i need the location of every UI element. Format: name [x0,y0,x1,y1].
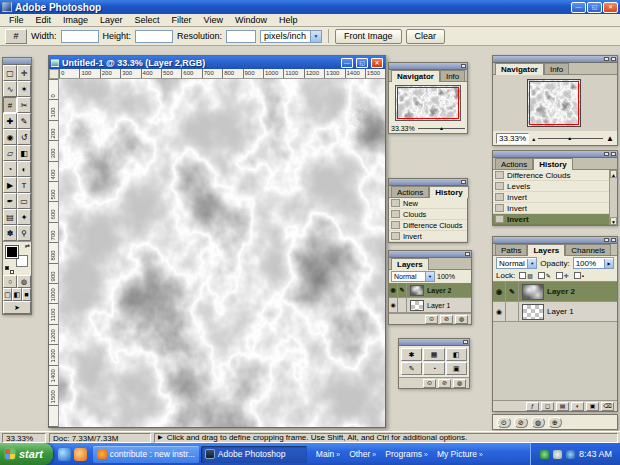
toolbox-titlebar[interactable] [3,58,31,65]
eye-icon[interactable]: ◉ [389,283,398,297]
palette-close-icon[interactable] [461,180,466,184]
height-input[interactable] [135,30,173,43]
tab-actions[interactable]: Actions [391,186,429,197]
opacity-field[interactable]: 100% ▶ [573,257,614,269]
menu-item[interactable]: Edit [30,15,58,25]
mini-button-b5[interactable]: ◔ [423,362,444,375]
menu-item[interactable]: Window [229,15,273,25]
zoom-out-icon[interactable]: ▴ [532,135,535,142]
mini-button-b6[interactable]: ▣ [446,362,467,375]
status-arrow-icon[interactable]: ▶ [158,433,163,442]
tray-volume-icon[interactable] [553,450,562,459]
tab-info[interactable]: Info [544,63,569,74]
lock-checkbox[interactable] [519,272,526,279]
status-doc-size[interactable]: Doc: 7.33M/7.33M [49,433,151,443]
lock-checkbox[interactable] [556,272,563,279]
blend-mode-select[interactable]: Normal ▼ [391,271,435,282]
taskbar-link[interactable]: Main [316,449,340,459]
menu-item[interactable]: Help [273,15,304,25]
layers-action-new-layer[interactable]: ▣ [586,402,599,411]
standard-mode-button[interactable]: ○ [3,275,17,288]
history-state[interactable]: Levels [493,181,609,192]
tool-healing-brush[interactable]: ✚ [3,113,17,129]
menu-item[interactable]: Image [57,15,94,25]
tool-rect-marquee[interactable]: ▢ [3,65,17,81]
tray-shield-icon[interactable] [540,450,549,459]
palette-titlebar[interactable] [493,237,617,244]
resolution-unit-select[interactable]: pixels/inch ▼ [260,30,322,43]
navigator-thumbnail[interactable] [527,79,581,127]
history-state[interactable]: Invert [493,203,609,214]
eye-icon[interactable]: ◉ [493,282,506,301]
dock-button-s1[interactable]: ⊙ [497,417,511,428]
palette-close-icon[interactable] [461,64,466,68]
menu-item[interactable]: File [3,15,30,25]
palette-titlebar[interactable] [389,251,471,258]
palette-titlebar[interactable] [389,63,467,70]
minimize-button[interactable]: — [571,2,586,13]
tool-clone-stamp[interactable]: ◉ [3,129,17,145]
navigator-viewbox[interactable] [397,87,459,119]
tool-eraser[interactable]: ▱ [3,145,17,161]
tab-history[interactable]: History [429,186,469,198]
tab-layers[interactable]: Layers [391,258,429,270]
palette-titlebar[interactable] [493,56,617,63]
tool-blur[interactable]: ◔ [3,161,17,177]
layer-thumbnail[interactable] [410,300,424,311]
dock-button-s3[interactable]: ◍ [531,417,545,428]
zoom-slider-thumb-icon[interactable]: ▲ [567,135,572,141]
zoom-slider[interactable]: ▲ [538,138,603,139]
tool-move[interactable]: ✛ [17,65,31,81]
navigator-thumbnail[interactable] [395,85,461,121]
navigator-viewbox[interactable] [529,81,579,125]
tool-history-brush[interactable]: ↺ [17,129,31,145]
history-state[interactable]: Invert [389,231,467,242]
start-button[interactable]: start [0,443,53,465]
tool-lasso[interactable]: ∿ [3,81,17,97]
lock-toggle[interactable]: ✎ [538,272,551,279]
restore-button[interactable]: ◱ [587,2,602,13]
taskbar-link[interactable]: Other [349,449,376,459]
layer-row[interactable]: ◉ ✎ Layer 2 [389,283,471,298]
layer-name[interactable]: Layer 1 [427,302,450,309]
quick-launch-icon[interactable] [74,448,87,461]
history-state[interactable]: Clouds [389,209,467,220]
layers-action-mask[interactable]: ◻ [541,402,554,411]
close-button[interactable]: ✕ [603,2,618,13]
palette-close-icon[interactable] [611,238,616,242]
menu-item[interactable]: Select [129,15,166,25]
layer-thumbnail[interactable] [522,284,544,300]
screen-mode-full-button[interactable]: ■ [22,288,31,301]
lock-checkbox[interactable] [538,272,545,279]
tool-crop[interactable]: # [3,97,17,113]
tab-navigator[interactable]: Navigator [495,63,544,75]
document-close-button[interactable]: ✕ [371,58,383,68]
swap-colors-icon[interactable]: ⇄ [25,243,30,250]
palette-collapse-icon[interactable] [604,238,609,242]
layer-row[interactable]: ◉ Layer 1 [493,302,617,322]
tool-type[interactable]: T [17,177,31,193]
canvas[interactable] [59,79,385,427]
tool-dodge[interactable]: ◐ [17,161,31,177]
palette-titlebar[interactable] [389,179,467,186]
tab-actions[interactable]: Actions [495,158,533,169]
taskbar-task-contribute[interactable]: contribute : new instr... [93,446,199,463]
foreground-color-swatch[interactable] [6,246,18,258]
zoom-in-icon[interactable]: ▲ [606,134,614,143]
current-tool-icon[interactable]: # [5,29,27,44]
scroll-down-icon[interactable]: ▼ [610,217,617,225]
palette-button-f3[interactable]: ◍ [453,379,466,388]
jump-to-imageready-button[interactable]: ➤ [3,301,31,314]
front-image-button[interactable]: Front Image [335,29,402,44]
tab-paths[interactable]: Paths [495,244,527,255]
palette-close-icon[interactable] [463,340,468,344]
navigator-zoom-field[interactable]: 33.33% [496,133,529,144]
palette-close-icon[interactable] [465,252,470,256]
lock-checkbox[interactable] [574,272,581,279]
screen-mode-standard-button[interactable]: ▢ [3,288,12,301]
eye-icon[interactable]: ◉ [493,302,506,321]
tab-layers[interactable]: Layers [527,244,565,256]
scroll-up-icon[interactable]: ▲ [610,170,617,178]
palette-button-f2[interactable]: ⊘ [438,379,451,388]
clear-button[interactable]: Clear [406,29,446,44]
